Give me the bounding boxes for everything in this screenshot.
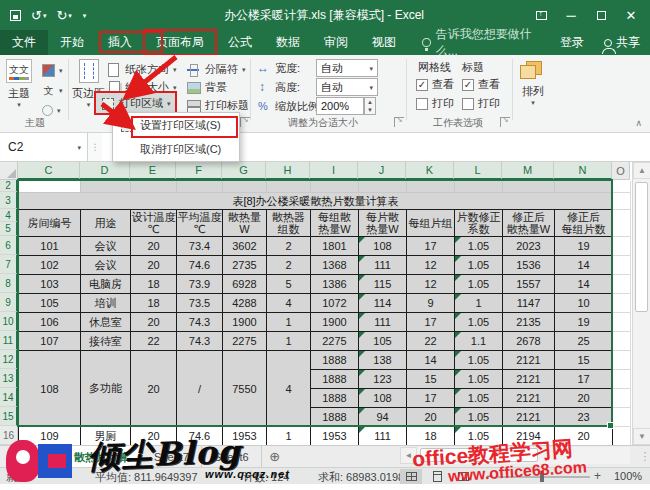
row-header-13[interactable]: 13: [0, 369, 18, 388]
cell[interactable]: 14: [407, 351, 455, 370]
sign-in-button[interactable]: 登录: [550, 30, 594, 55]
zoom-slider-thumb[interactable]: [540, 471, 544, 482]
cell[interactable]: 3602: [223, 237, 267, 256]
spin-up-icon[interactable]: ▲: [365, 98, 375, 106]
cell[interactable]: 74.6: [177, 256, 223, 275]
background-button[interactable]: 背景: [186, 78, 227, 96]
cell[interactable]: 2275: [311, 332, 359, 351]
row-header-7[interactable]: 7: [0, 255, 18, 274]
row-header-10[interactable]: 10: [0, 312, 18, 331]
cell[interactable]: [613, 370, 631, 389]
cell[interactable]: /: [177, 351, 223, 427]
cell[interactable]: 15: [407, 370, 455, 389]
width-select[interactable]: 自动▾: [316, 59, 378, 77]
cell[interactable]: 17: [407, 237, 455, 256]
ribbon-tab-5[interactable]: 数据: [264, 30, 312, 55]
formula-bar-splitter[interactable]: ⋮: [88, 133, 102, 161]
cell[interactable]: 1072: [311, 294, 359, 313]
cell[interactable]: 138: [359, 351, 407, 370]
table-header[interactable]: 每组片组: [407, 210, 455, 237]
theme-colors-button[interactable]: ▾: [42, 61, 63, 79]
cell[interactable]: 22: [407, 332, 455, 351]
cell[interactable]: 1900: [311, 313, 359, 332]
row-header-3[interactable]: 3: [0, 192, 18, 209]
cell[interactable]: 18: [131, 275, 177, 294]
cell[interactable]: 2: [267, 256, 311, 275]
cell[interactable]: 115: [359, 275, 407, 294]
row-header-5[interactable]: 5: [0, 222, 18, 236]
cell[interactable]: 培训: [81, 294, 131, 313]
cell[interactable]: 14: [555, 256, 613, 275]
cell[interactable]: 2135: [503, 313, 555, 332]
column-header-D[interactable]: D: [80, 162, 130, 180]
orientation-button[interactable]: 纸张方向▾: [106, 60, 177, 78]
cell[interactable]: 20: [131, 313, 177, 332]
cell[interactable]: 1.05: [455, 256, 503, 275]
cell[interactable]: 19: [555, 237, 613, 256]
cell[interactable]: 102: [19, 256, 81, 275]
ribbon-tab-0[interactable]: 文件: [0, 30, 48, 55]
new-sheet-button[interactable]: ⊕: [262, 446, 288, 467]
cell[interactable]: [613, 237, 631, 256]
cell[interactable]: 1801: [311, 237, 359, 256]
column-header-M[interactable]: M: [502, 162, 554, 180]
cell[interactable]: 1386: [311, 275, 359, 294]
cell[interactable]: 9: [407, 294, 455, 313]
ribbon-tab-1[interactable]: 开始: [48, 30, 96, 55]
cell[interactable]: 20: [407, 408, 455, 427]
cell[interactable]: 1953: [311, 427, 359, 446]
theme-fonts-button[interactable]: 文▾: [42, 81, 63, 99]
row-header-16[interactable]: 16: [0, 426, 18, 445]
cell[interactable]: 5: [267, 275, 311, 294]
undo-icon[interactable]: ↺▾: [31, 9, 46, 22]
cell[interactable]: 1888: [311, 389, 359, 408]
cell[interactable]: 1147: [503, 294, 555, 313]
cell[interactable]: 1: [267, 313, 311, 332]
headings-view-checkbox[interactable]: ✓ 查看: [462, 77, 500, 92]
cell[interactable]: 1.05: [455, 370, 503, 389]
cell[interactable]: 男厕: [81, 427, 131, 446]
cell[interactable]: 会议: [81, 256, 131, 275]
cell[interactable]: 101: [19, 237, 81, 256]
cell[interactable]: 1: [267, 332, 311, 351]
cell[interactable]: 20: [131, 351, 177, 427]
cell[interactable]: 2275: [223, 332, 267, 351]
menu-item-set-print-area[interactable]: 设置打印区域(S): [113, 113, 239, 137]
cell[interactable]: 1.05: [455, 313, 503, 332]
cell[interactable]: 123: [359, 370, 407, 389]
cell[interactable]: [613, 427, 631, 446]
cell[interactable]: 20: [131, 256, 177, 275]
cell[interactable]: 74.3: [177, 313, 223, 332]
page-layout-view-button[interactable]: [426, 469, 448, 484]
cell[interactable]: [555, 181, 613, 193]
print-area-button[interactable]: 打印区域▾: [96, 93, 175, 113]
save-icon[interactable]: [10, 10, 21, 21]
cell[interactable]: 12: [407, 275, 455, 294]
row-header-6[interactable]: 6: [0, 236, 18, 255]
cell[interactable]: 1.05: [455, 427, 503, 446]
name-box[interactable]: C2 ▾: [0, 133, 88, 161]
themes-button[interactable]: 文文 主题 ▾: [6, 59, 32, 108]
cell[interactable]: 4: [267, 351, 311, 427]
cell[interactable]: [131, 181, 177, 193]
cell[interactable]: 73.5: [177, 294, 223, 313]
cell[interactable]: 休息室: [81, 313, 131, 332]
cell[interactable]: 12: [407, 256, 455, 275]
row-header-12[interactable]: 12: [0, 350, 18, 369]
active-cell-C2[interactable]: [19, 181, 81, 193]
close-button[interactable]: ✕: [618, 4, 644, 26]
cell[interactable]: 10: [555, 294, 613, 313]
cell[interactable]: [613, 256, 631, 275]
sheet-tab-active[interactable]: 散热片计算: [62, 446, 142, 467]
table-header[interactable]: 设计温度℃: [131, 210, 177, 237]
fit-dialog-launcher[interactable]: [394, 117, 404, 127]
scroll-up-icon[interactable]: ▲: [633, 162, 650, 179]
row-header-8[interactable]: 8: [0, 274, 18, 293]
vertical-scroll-thumb[interactable]: [635, 182, 648, 312]
collapse-ribbon-icon[interactable]: ∧: [635, 118, 642, 128]
cell[interactable]: 电脑房: [81, 275, 131, 294]
page-setup-dialog-launcher[interactable]: [240, 117, 250, 127]
cell[interactable]: 2121: [503, 370, 555, 389]
cell[interactable]: 15: [555, 351, 613, 370]
column-header-J[interactable]: J: [358, 162, 406, 180]
